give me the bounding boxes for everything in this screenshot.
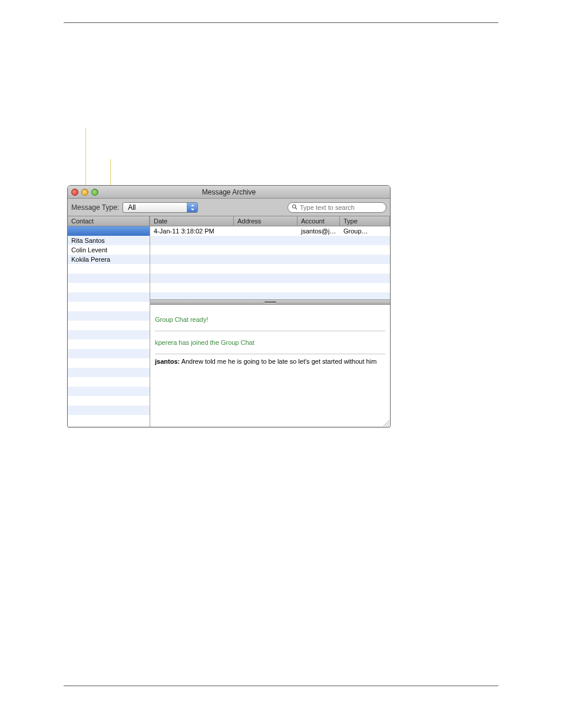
svg-point-0	[292, 205, 296, 208]
list-item[interactable]	[68, 377, 150, 387]
list-item[interactable]	[68, 340, 150, 349]
table-row[interactable]	[150, 236, 390, 245]
cell-account: jsantos@j…	[297, 226, 340, 236]
status-text: Group Chat ready!	[155, 316, 209, 323]
list-item[interactable]: Colin Levent	[68, 245, 150, 255]
list-item[interactable]	[68, 330, 150, 340]
list-item[interactable]	[68, 292, 150, 302]
list-item[interactable]	[68, 415, 150, 424]
table-row[interactable]	[150, 255, 390, 264]
list-item[interactable]	[68, 264, 150, 274]
grip-icon	[265, 301, 276, 303]
transcript-pane: Group Chat ready! kperera has joined the…	[150, 305, 390, 427]
list-item[interactable]: Rita Santos	[68, 236, 150, 245]
table-row[interactable]	[150, 274, 390, 283]
svg-line-4	[388, 425, 389, 426]
message-type-value: All	[123, 203, 187, 212]
message-type-select[interactable]: All	[123, 202, 198, 213]
message-text: Andrew told me he is going to be late so…	[180, 358, 376, 365]
search-input[interactable]	[300, 204, 382, 211]
list-item[interactable]	[68, 349, 150, 358]
toolbar: Message Type: All	[68, 199, 390, 216]
list-item[interactable]: Kokila Perera	[68, 255, 150, 264]
list-item[interactable]	[68, 283, 150, 292]
cell-address	[234, 226, 297, 236]
contacts-list[interactable]: Rita Santos Colin Levent Kokila Perera	[68, 226, 150, 424]
table-body[interactable]: 4-Jan-11 3:18:02 PM jsantos@j… Group…	[150, 226, 390, 299]
list-item[interactable]	[68, 368, 150, 377]
col-type[interactable]: Type	[340, 216, 390, 226]
col-account[interactable]: Account	[297, 216, 340, 226]
window-title: Message Archive	[68, 188, 390, 196]
cell-type: Group…	[340, 226, 390, 236]
col-address[interactable]: Address	[234, 216, 297, 226]
list-item[interactable]	[68, 358, 150, 368]
chevron-updown-icon	[187, 202, 197, 213]
list-item[interactable]	[68, 396, 150, 406]
list-item[interactable]	[68, 311, 150, 321]
contacts-pane: Contact Rita Santos Colin Levent Kokila …	[68, 216, 150, 427]
horizontal-splitter[interactable]	[150, 299, 390, 305]
chat-message: jsantos: Andrew told me he is going to b…	[155, 354, 385, 365]
resize-grip-icon[interactable]	[382, 419, 390, 427]
contacts-header[interactable]: Contact	[68, 216, 150, 226]
callout-line	[110, 159, 111, 189]
list-item[interactable]	[68, 406, 150, 415]
message-type-label: Message Type:	[71, 203, 119, 212]
status-text: kperera has joined the Group Chat	[155, 339, 254, 346]
table-row[interactable]	[150, 292, 390, 299]
table-header: Date Address Account Type	[150, 216, 390, 226]
page-rule-bottom	[64, 686, 498, 686]
titlebar[interactable]: Message Archive	[68, 186, 390, 199]
svg-line-1	[295, 207, 297, 209]
table-row[interactable]	[150, 264, 390, 274]
search-icon	[292, 204, 297, 211]
message-user: jsantos:	[155, 358, 180, 365]
right-pane: Date Address Account Type 4-Jan-11 3:18:…	[150, 216, 390, 427]
list-item[interactable]	[68, 226, 150, 236]
body-area: Contact Rita Santos Colin Levent Kokila …	[68, 216, 390, 427]
table-row[interactable]: 4-Jan-11 3:18:02 PM jsantos@j… Group…	[150, 226, 390, 236]
list-item[interactable]	[68, 321, 150, 330]
list-item[interactable]	[68, 274, 150, 283]
message-archive-window: Message Archive Message Type: All Contac…	[67, 185, 391, 427]
page-rule-top	[64, 22, 498, 23]
search-field[interactable]	[287, 202, 386, 213]
table-row[interactable]	[150, 245, 390, 255]
cell-date: 4-Jan-11 3:18:02 PM	[150, 226, 234, 236]
table-row[interactable]	[150, 283, 390, 292]
callout-line	[85, 128, 86, 187]
col-date[interactable]: Date	[150, 216, 234, 226]
list-item[interactable]	[68, 302, 150, 311]
list-item[interactable]	[68, 387, 150, 396]
